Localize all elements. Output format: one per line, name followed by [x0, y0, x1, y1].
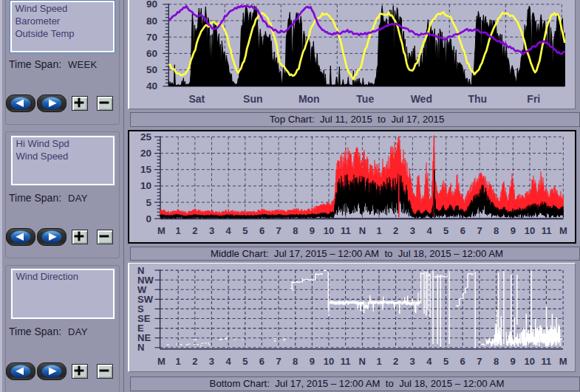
svg-text:6: 6	[460, 356, 465, 367]
svg-text:2: 2	[192, 356, 197, 367]
svg-text:1: 1	[176, 356, 181, 367]
svg-text:10: 10	[324, 356, 334, 367]
svg-text:1: 1	[376, 356, 381, 367]
svg-text:5: 5	[242, 356, 248, 367]
svg-text:11: 11	[542, 356, 552, 367]
svg-text:4: 4	[225, 356, 231, 367]
svg-text:3: 3	[209, 356, 214, 367]
svg-text:M: M	[157, 356, 166, 367]
svg-text:3: 3	[410, 356, 415, 367]
svg-text:6: 6	[259, 356, 265, 367]
svg-text:2: 2	[393, 356, 398, 367]
svg-text:9: 9	[510, 356, 515, 367]
svg-text:4: 4	[426, 356, 432, 367]
svg-text:9: 9	[310, 356, 315, 367]
svg-text:7: 7	[477, 356, 482, 367]
svg-text:8: 8	[293, 356, 298, 367]
svg-text:N: N	[137, 342, 144, 353]
svg-text:11: 11	[341, 356, 351, 367]
svg-text:7: 7	[276, 356, 281, 367]
svg-text:5: 5	[443, 356, 448, 367]
svg-text:M: M	[559, 356, 567, 367]
svg-text:8: 8	[494, 356, 499, 367]
svg-text:10: 10	[525, 356, 535, 367]
svg-text:N: N	[359, 356, 366, 367]
